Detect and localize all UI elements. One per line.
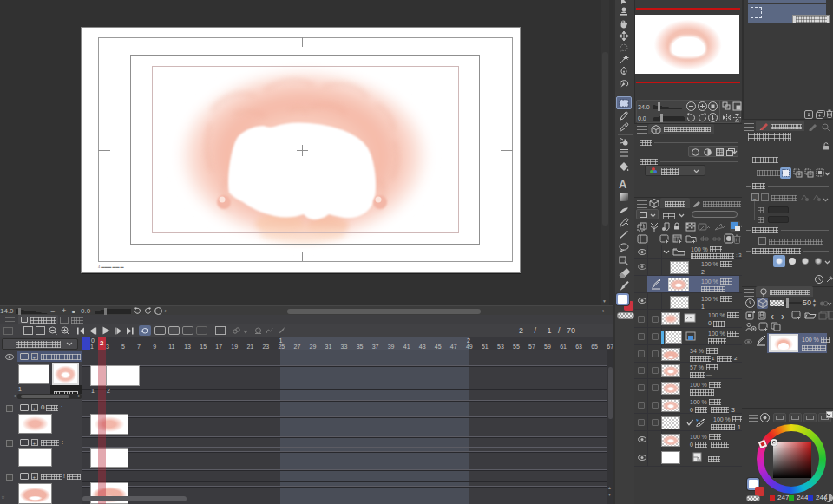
svg-text:4 ▬▬▬ ▬▬ ▬: 4 ▬▬▬ ▬▬ ▬ xyxy=(98,265,124,269)
